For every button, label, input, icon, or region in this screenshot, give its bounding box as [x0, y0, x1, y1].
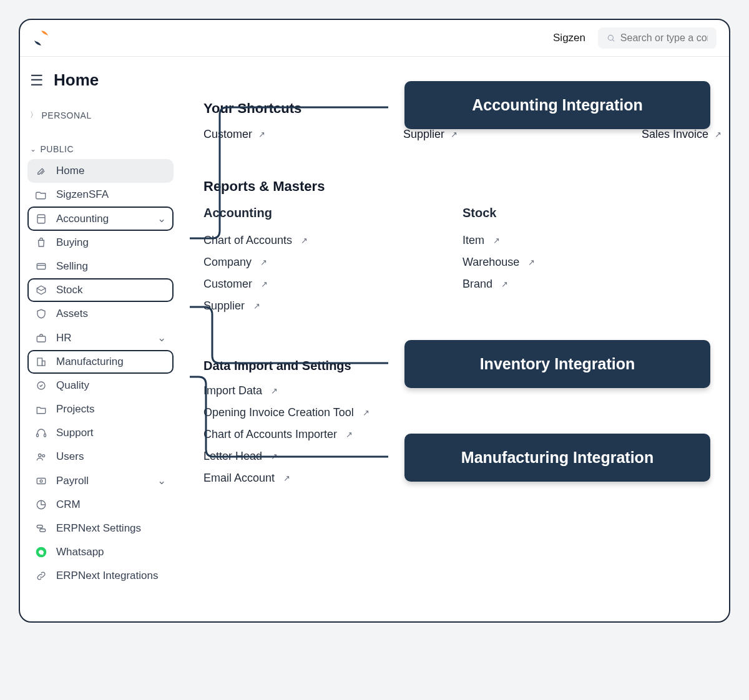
shortcut-supplier[interactable]: Supplier ↗: [403, 128, 603, 141]
external-link-icon: ↗: [501, 280, 508, 289]
chevron-right-icon: 〉: [30, 110, 38, 120]
sidebar-item-crm[interactable]: CRM: [27, 493, 174, 517]
sidebar-item-label: Manufacturing: [56, 356, 124, 368]
sidebar-item-hr[interactable]: HR ⌄: [27, 326, 174, 350]
money-icon: [35, 475, 47, 487]
external-link-icon: ↗: [451, 130, 458, 139]
page-title: Home: [54, 70, 99, 90]
card-icon: [35, 260, 47, 273]
svg-point-15: [40, 480, 42, 482]
logo-icon: [32, 29, 50, 47]
sidebar-item-label: Accounting: [56, 213, 109, 225]
sidebar: ☰ Home 〉 PERSONAL ⌄ PUBLIC Home SigzenSF…: [20, 57, 179, 596]
sidebar-item-label: ERPNext Settings: [56, 522, 141, 535]
svg-rect-8: [42, 361, 46, 366]
shortcut-label: Supplier: [403, 128, 444, 141]
sidebar-item-label: Quality: [56, 379, 89, 392]
chevron-down-icon: ⌄: [157, 474, 166, 487]
sidebar-item-users[interactable]: Users: [27, 445, 174, 469]
sidebar-item-label: HR: [56, 332, 72, 344]
external-link-icon: ↗: [260, 258, 267, 267]
external-link-icon: ↗: [528, 258, 535, 267]
chevron-down-icon: ⌄: [30, 145, 37, 153]
header-user[interactable]: Sigzen: [553, 32, 585, 44]
external-link-icon: ↗: [271, 452, 278, 461]
sidebar-item-label: Support: [56, 427, 94, 439]
external-link-icon: ↗: [261, 280, 268, 289]
di-link-opening-invoice[interactable]: Opening Invoice Creation Tool↗: [203, 406, 722, 419]
sidebar-item-label: Assets: [56, 308, 88, 320]
sidebar-item-erpnext-integrations[interactable]: ERPNext Integrations: [27, 564, 174, 588]
sidebar-item-label: ERPNext Integrations: [56, 570, 158, 582]
rm-link-warehouse[interactable]: Warehouse↗: [463, 256, 722, 269]
shortcut-label: Sales Invoice: [642, 128, 708, 141]
sidebar-item-label: Projects: [56, 403, 94, 416]
rm-link-supplier[interactable]: Supplier↗: [203, 299, 463, 313]
svg-rect-7: [37, 358, 42, 366]
rm-link-company[interactable]: Company↗: [203, 256, 463, 269]
external-link-icon: ↗: [493, 236, 500, 245]
sidebar-item-whatsapp[interactable]: Whatsapp: [27, 540, 174, 564]
sidebar-item-label: Buying: [56, 236, 89, 249]
sidebar-item-manufacturing[interactable]: Manufacturing: [27, 350, 174, 374]
section-personal-label: PERSONAL: [42, 110, 92, 120]
whatsapp-icon: [35, 546, 47, 558]
folder-icon: [35, 188, 47, 201]
sidebar-item-home[interactable]: Home: [27, 159, 174, 183]
external-link-icon: ↗: [283, 474, 290, 483]
callout-manufacturing-integration: Manufacturing Integration: [404, 434, 710, 482]
topbar: Sigzen: [20, 20, 729, 57]
calculator-icon: [35, 213, 47, 225]
svg-rect-6: [37, 336, 46, 342]
rm-link-customer[interactable]: Customer↗: [203, 278, 463, 291]
badge-icon: [35, 379, 47, 392]
chevron-down-icon: ⌄: [157, 212, 166, 225]
external-link-icon: ↗: [346, 430, 353, 439]
search-input[interactable]: [620, 32, 708, 44]
external-link-icon: ↗: [271, 386, 278, 396]
callout-inventory-integration: Inventory Integration: [404, 340, 710, 388]
rm-stock-head: Stock: [463, 206, 722, 220]
sidebar-item-payroll[interactable]: Payroll ⌄: [27, 469, 174, 493]
external-link-icon: ↗: [253, 301, 260, 311]
sidebar-item-erpnext-settings[interactable]: ERPNext Settings: [27, 517, 174, 540]
svg-rect-18: [40, 529, 46, 532]
rm-accounting-head: Accounting: [203, 206, 463, 220]
sidebar-item-label: Home: [56, 165, 84, 177]
sidebar-item-label: Users: [56, 450, 84, 463]
box-icon: [35, 284, 47, 296]
headset-icon: [35, 427, 47, 439]
sidebar-item-projects[interactable]: Projects: [27, 397, 174, 421]
svg-rect-14: [37, 478, 46, 484]
rm-link-item[interactable]: Item↗: [463, 234, 722, 247]
sidebar-item-selling[interactable]: Selling: [27, 255, 174, 278]
svg-point-12: [39, 454, 42, 457]
section-personal[interactable]: 〉 PERSONAL: [27, 105, 174, 125]
main-content: Your Shortcuts Customer ↗ Supplier ↗ Sal…: [179, 57, 729, 596]
sidebar-item-assets[interactable]: Assets: [27, 302, 174, 326]
sidebar-item-sigzensfa[interactable]: SigzenSFA: [27, 183, 174, 207]
sidebar-item-quality[interactable]: Quality: [27, 374, 174, 397]
users-icon: [35, 450, 47, 463]
shortcut-sales-invoice[interactable]: Sales Invoice ↗: [642, 128, 722, 141]
section-public[interactable]: ⌄ PUBLIC: [27, 139, 174, 159]
search-box[interactable]: [598, 27, 717, 49]
rm-link-chart-of-accounts[interactable]: Chart of Accounts↗: [203, 234, 463, 247]
rm-link-brand[interactable]: Brand↗: [463, 278, 722, 291]
shortcut-label: Customer: [203, 128, 252, 141]
menu-icon[interactable]: ☰: [30, 73, 44, 88]
sidebar-item-support[interactable]: Support: [27, 421, 174, 445]
sidebar-item-label: Selling: [56, 260, 88, 273]
search-icon: [607, 33, 615, 43]
app-window: Sigzen ☰ Home 〉 PERSONAL ⌄ PUBLIC: [19, 19, 730, 623]
svg-rect-11: [44, 434, 46, 437]
piechart-icon: [35, 498, 47, 511]
shortcut-customer[interactable]: Customer ↗: [203, 128, 403, 141]
chevron-down-icon: ⌄: [157, 331, 166, 344]
external-link-icon: ↗: [363, 408, 370, 417]
sidebar-item-accounting[interactable]: Accounting ⌄: [27, 207, 174, 231]
sidebar-item-buying[interactable]: Buying: [27, 231, 174, 255]
shield-icon: [35, 308, 47, 320]
folder-icon: [35, 403, 47, 416]
sidebar-item-stock[interactable]: Stock: [27, 278, 174, 302]
